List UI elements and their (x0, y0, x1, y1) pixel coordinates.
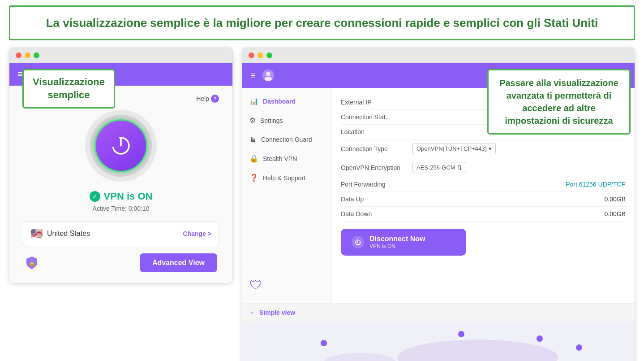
top-banner: La visualizzazione semplice è la miglior… (9, 5, 635, 40)
svg-point-5 (265, 77, 272, 81)
sidebar-item-settings-label: Settings (260, 117, 283, 124)
titlebar-maximize-dot[interactable] (34, 52, 39, 58)
row-value-data-down: 0.00GB (412, 210, 626, 217)
row-label-data-up: Data Up (341, 196, 412, 203)
encryption-arrows-icon: ⇅ (457, 164, 462, 171)
sidebar-items-group: 📊 Dashboard ⚙ Settings 🖥 Connection Guar… (242, 91, 331, 270)
row-encryption: OpenVPN Encryption AES-256-GCM ⇅ (341, 158, 626, 177)
shield-icon-sidebar: 🛡 (249, 278, 262, 292)
sidebar-item-dashboard-label: Dashboard (263, 98, 296, 105)
row-label-data-down: Data Down (341, 210, 412, 217)
help-support-icon: ❓ (249, 174, 258, 182)
row-label-connection-type: Connection Type (341, 145, 412, 152)
disconnect-btn-main-label: Disconnect Now (369, 235, 425, 243)
hamburger-icon-left[interactable]: ≡ (17, 69, 23, 79)
flag-icon: 🇺🇸 (30, 228, 43, 239)
location-box[interactable]: 🇺🇸 United States Change > (23, 221, 219, 246)
row-port-forwarding: Port Forwarding Port 61256 UDP/TCP (341, 177, 626, 192)
simple-view-back-button[interactable]: ← Simple view (242, 303, 635, 322)
titlebar-close-dot-right[interactable] (249, 52, 254, 58)
power-icon (110, 135, 132, 157)
encryption-value: AES-256-GCM (416, 164, 455, 171)
sidebar-bottom: 🛡 (242, 270, 331, 300)
sidebar-item-dashboard[interactable]: 📊 Dashboard (242, 91, 331, 111)
help-button[interactable]: Help ? (196, 95, 219, 103)
advanced-view-label-text: Passare alla visualizzazione avanzata ti… (498, 77, 620, 127)
map-area (242, 322, 635, 361)
sidebar-item-help[interactable]: ❓ Help & Support (242, 168, 331, 187)
vpn-body-left: Help ? (9, 86, 232, 283)
window-titlebar-right (242, 48, 635, 63)
right-panel: Passare alla visualizzazione avanzata ti… (242, 48, 635, 361)
main-content: Visualizzazionesemplice ≡ Help ? (0, 48, 644, 361)
row-value-data-up: 0.00GB (412, 196, 626, 203)
svg-point-4 (266, 72, 270, 76)
row-label-location: Location (341, 128, 412, 135)
sidebar-item-help-label: Help & Support (263, 174, 305, 182)
stealth-vpn-icon: 🔒 (249, 154, 258, 163)
hamburger-icon-right[interactable]: ≡ (250, 70, 256, 81)
map-svg (242, 322, 635, 361)
dashboard-icon: 📊 (249, 97, 258, 105)
advanced-sidebar: 📊 Dashboard ⚙ Settings 🖥 Connection Guar… (242, 88, 332, 303)
vpn-on-label: VPN is ON (104, 191, 153, 202)
row-label-encryption: OpenVPN Encryption (341, 164, 412, 171)
sidebar-flex: 📊 Dashboard ⚙ Settings 🖥 Connection Guar… (242, 91, 331, 300)
row-label-port-forwarding: Port Forwarding (341, 181, 412, 188)
row-label-connection-stat: Connection Stat... (341, 113, 412, 121)
simple-view-label: Visualizzazionesemplice (22, 69, 115, 108)
location-name: United States (47, 230, 179, 238)
row-data-up: Data Up 0.00GB (341, 192, 626, 207)
titlebar-close-dot[interactable] (16, 52, 21, 58)
settings-icon: ⚙ (249, 116, 256, 125)
simple-view-back-label: Simple view (259, 309, 295, 316)
connection-type-value: OpenVPN(TUN+TCP+443) (416, 145, 487, 152)
simple-view-label-text: Visualizzazionesemplice (33, 76, 105, 101)
bottom-bar-left: 🔒 Advanced View (23, 253, 219, 272)
window-titlebar-left (9, 48, 232, 63)
svg-point-7 (324, 353, 396, 361)
sidebar-item-stealth-vpn-label: Stealth VPN (263, 155, 297, 162)
change-button[interactable]: Change > (183, 230, 211, 237)
titlebar-minimize-dot-right[interactable] (258, 52, 263, 58)
disconnect-power-icon: ⏻ (352, 236, 364, 248)
svg-text:🔒: 🔒 (29, 260, 35, 266)
connection-guard-icon: 🖥 (249, 135, 257, 144)
row-data-down: Data Down 0.00GB (341, 207, 626, 222)
titlebar-maximize-dot-right[interactable] (266, 52, 272, 58)
help-label: Help (196, 95, 209, 102)
titlebar-minimize-dot[interactable] (25, 52, 30, 58)
connection-type-select[interactable]: OpenVPN(TUN+TCP+443) ▾ (412, 143, 496, 154)
disconnect-btn-sub-label: VPN is ON (369, 243, 395, 249)
vpn-status-row: ✓ VPN is ON (90, 191, 153, 202)
user-circle-icon (262, 69, 275, 82)
row-value-port-forwarding: Port 61256 UDP/TCP (412, 181, 626, 188)
disconnect-btn-text: Disconnect Now VPN is ON (369, 235, 425, 249)
disconnect-now-button[interactable]: ⏻ Disconnect Now VPN is ON (341, 229, 466, 256)
banner-text: La visualizzazione semplice è la miglior… (28, 15, 616, 31)
row-connection-type: Connection Type OpenVPN(TUN+TCP+443) ▾ (341, 139, 626, 158)
power-button[interactable] (94, 119, 147, 172)
chevron-down-icon: ▾ (489, 145, 492, 152)
sidebar-item-connection-guard[interactable]: 🖥 Connection Guard (242, 130, 331, 149)
left-panel: Visualizzazionesemplice ≡ Help ? (9, 48, 233, 283)
back-arrow-icon: ← (249, 309, 256, 316)
sidebar-item-settings[interactable]: ⚙ Settings (242, 111, 331, 130)
power-button-container (85, 110, 157, 182)
sidebar-item-connection-guard-label: Connection Guard (261, 136, 312, 143)
shield-icon-left: 🔒 (25, 256, 39, 270)
active-time: Active Time: 0:00:10 (93, 205, 150, 212)
advanced-view-label: Passare alla visualizzazione avanzata ti… (487, 69, 631, 135)
help-circle-icon: ? (211, 95, 219, 103)
power-inner-ring (90, 115, 152, 177)
encryption-select[interactable]: AES-256-GCM ⇅ (412, 162, 466, 173)
check-circle-icon: ✓ (90, 191, 100, 202)
power-outer-ring (85, 110, 157, 182)
svg-point-6 (397, 340, 558, 361)
advanced-view-button[interactable]: Advanced View (140, 253, 217, 272)
sidebar-item-stealth-vpn[interactable]: 🔒 Stealth VPN (242, 149, 331, 168)
row-label-external-ip: External IP (341, 99, 412, 106)
